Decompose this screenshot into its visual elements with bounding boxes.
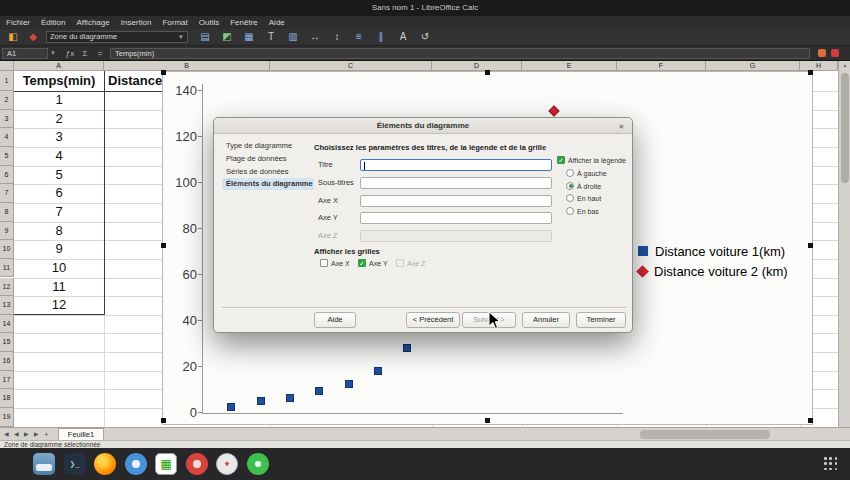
column-header-E[interactable]: E [522,61,617,71]
grid-vertical-icon[interactable]: ∥ [372,30,390,44]
legend-position-radio-3[interactable] [566,194,574,202]
row-header-11[interactable]: 11 [0,259,14,278]
chat-icon[interactable] [247,453,269,475]
dialog-title[interactable]: Éléments du diagramme [214,118,632,134]
field-input-axex[interactable] [360,195,552,207]
column-header-D[interactable]: D [432,61,522,71]
horizontal-scrollbar-thumb[interactable] [640,430,770,439]
chart-area-icon[interactable]: ◩ [218,30,236,44]
selection-handle[interactable] [808,418,813,423]
legend-toggle-icon[interactable]: ▥ [284,30,302,44]
red-indicator-icon[interactable] [818,49,826,57]
field-input-axez[interactable] [360,230,552,242]
row-header-17[interactable]: 17 [0,371,14,390]
row-header-2[interactable]: 2 [0,91,14,110]
cancel-button[interactable]: Annuler [522,312,570,328]
wizard-step-4[interactable]: Éléments du diagramme [222,178,314,190]
close-icon[interactable]: ✕ [616,121,627,132]
row-header-10[interactable]: 10 [0,240,14,259]
row-header-8[interactable]: 8 [0,203,14,222]
field-input-titre[interactable] [360,159,552,171]
legend-entry[interactable]: Distance voiture 2 (km) [638,264,788,278]
row-header-15[interactable]: 15 [0,333,14,352]
row-header-5[interactable]: 5 [0,147,14,166]
grid-checkbox-2[interactable]: ✓ [358,259,366,267]
chevron-down-icon[interactable]: ▼ [50,50,56,56]
compass-icon[interactable]: ✦ [216,453,238,475]
cell-a1[interactable]: Temps(min) [14,71,104,91]
cell-a4[interactable]: 3 [14,128,104,147]
cell-a11[interactable]: 10 [14,259,104,278]
menu-insertion[interactable]: Insertion [121,16,152,29]
menu-fentre[interactable]: Fenêtre [230,16,258,29]
cell-a8[interactable]: 7 [14,203,104,222]
cell-a10[interactable]: 9 [14,240,104,259]
menu-fichier[interactable]: Fichier [6,16,30,29]
chart-wall-icon[interactable]: ▤ [196,30,214,44]
data-table-icon[interactable]: ▦ [240,30,258,44]
scroll-up-icon[interactable]: ▲ [839,62,850,68]
equals-icon[interactable]: = [94,48,106,59]
header-corner[interactable] [0,61,14,71]
file-manager-icon[interactable] [33,453,55,475]
chromium-icon[interactable] [125,453,147,475]
field-input-soustitres[interactable] [360,177,552,189]
row-header-19[interactable]: 19 [0,408,14,427]
terminal-icon[interactable]: ❯_ [64,453,86,475]
row-header-12[interactable]: 12 [0,278,14,297]
menu-format[interactable]: Format [162,16,187,29]
function-wizard-icon[interactable]: ƒx [64,48,76,59]
vertical-scrollbar[interactable]: ▲ [838,61,850,427]
menu-aide[interactable]: Aide [269,16,285,29]
cell-a12[interactable]: 11 [14,278,104,297]
row-header-14[interactable]: 14 [0,315,14,334]
sheet-tab-feuille1[interactable]: Feuille1 [58,428,104,440]
app-grid-icon[interactable] [824,457,838,471]
field-input-axey[interactable] [360,212,552,224]
cell-a5[interactable]: 4 [14,147,104,166]
grid-horizontal-icon[interactable]: ≡ [350,30,368,44]
first-sheet-icon[interactable]: ◀ [4,430,9,437]
titles-icon[interactable]: T [262,30,280,44]
vertical-scrollbar-thumb[interactable] [841,73,849,183]
auto-layout-icon[interactable]: ↺ [416,30,434,44]
red-app-icon[interactable] [186,453,208,475]
selection-handle[interactable] [161,243,166,248]
x-axis-icon[interactable]: ↔ [306,30,324,44]
last-sheet-icon[interactable]: ▶ [34,430,39,437]
row-header-9[interactable]: 9 [0,222,14,241]
row-header-18[interactable]: 18 [0,389,14,408]
chart-type-icon[interactable]: ◆ [24,30,42,44]
name-box[interactable]: A1 [2,48,48,59]
selection-combo[interactable]: Zone du diagramme ▼ [46,31,188,43]
libreoffice-calc-icon[interactable]: ▦ [155,453,177,475]
column-header-H[interactable]: H [800,61,838,71]
row-header-3[interactable]: 3 [0,110,14,129]
legend-position-radio-4[interactable] [566,207,574,215]
row-header-1[interactable]: 1 [0,71,14,91]
row-header-4[interactable]: 4 [0,128,14,147]
format-selection-icon[interactable]: ◧ [4,30,22,44]
scale-text-icon[interactable]: A [394,30,412,44]
cell-a13[interactable]: 12 [14,296,104,315]
menu-dition[interactable]: Édition [41,16,65,29]
column-header-F[interactable]: F [617,61,706,71]
selection-handle[interactable] [161,70,166,75]
scatter-point[interactable] [548,105,559,116]
row-header-13[interactable]: 13 [0,296,14,315]
scatter-point[interactable] [403,344,411,352]
grid-checkbox-3[interactable] [396,259,404,267]
column-header-G[interactable]: G [706,61,800,71]
legend-checkbox[interactable]: ✓ [557,156,565,164]
selection-handle[interactable] [485,418,490,423]
row-header-16[interactable]: 16 [0,352,14,371]
scatter-point[interactable] [315,387,323,395]
scatter-point[interactable] [374,367,382,375]
add-sheet-icon[interactable]: + [44,430,49,439]
scatter-point[interactable] [345,380,353,388]
scatter-point[interactable] [257,397,265,405]
column-header-B[interactable]: B [104,61,270,71]
formula-input[interactable]: Temps(min) [110,48,810,59]
column-header-C[interactable]: C [270,61,432,71]
firefox-icon[interactable] [94,453,116,475]
